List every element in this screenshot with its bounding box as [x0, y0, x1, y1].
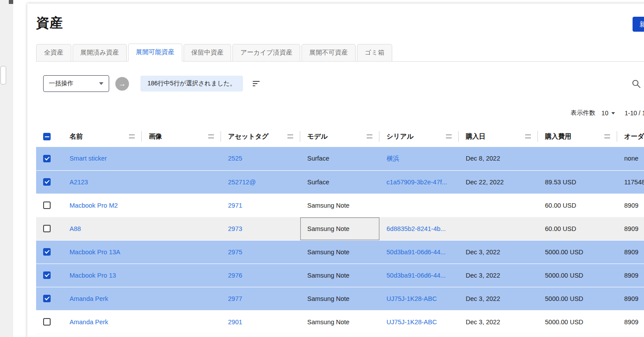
cell-name: Amanda Perk — [63, 287, 142, 310]
cell-purchase-date: Dec 3, 2022 — [459, 287, 538, 310]
select-all-checkbox[interactable] — [43, 133, 51, 140]
left-scrollbar-rail[interactable] — [0, 0, 13, 337]
asset-tag-link[interactable]: 2976 — [228, 272, 242, 279]
column-header-6: 購入費用 — [538, 126, 617, 147]
row-checkbox[interactable] — [43, 201, 51, 209]
bulk-actions-label: 一括操作 — [49, 80, 74, 88]
cell-image — [142, 240, 221, 264]
asset-tag-link[interactable]: 2973 — [228, 225, 242, 232]
tab-3[interactable]: 保留中資産 — [184, 44, 232, 61]
cell-asset-tag: 2976 — [221, 264, 300, 287]
search-icon[interactable] — [632, 79, 641, 88]
pagination-range: 1-10 / 186 — [625, 110, 644, 117]
cell-purchase-date: Dec 3, 2022 — [459, 240, 538, 264]
tab-5[interactable]: 展開不可資産 — [302, 44, 356, 61]
cell-serial: c1a57909-3b2e-47f... — [379, 170, 459, 194]
asset-name-link[interactable]: Amanda Perk — [70, 295, 108, 302]
cell-purchase-date — [459, 194, 538, 217]
column-filter-icon[interactable] — [604, 135, 610, 139]
tab-2[interactable]: 展開可能資産 — [128, 44, 182, 62]
scrollbar-thumb[interactable] — [0, 66, 6, 84]
tab-4[interactable]: アーカイブ済資産 — [232, 44, 300, 61]
asset-name-link[interactable]: Smart sticker — [70, 155, 107, 162]
cell-purchase-date: Dec 22, 2022 — [459, 170, 538, 194]
cell-order-number: 8909 — [617, 287, 644, 310]
bulk-actions-select[interactable]: 一括操作 — [43, 75, 109, 92]
asset-tag-link[interactable]: 2977 — [228, 295, 242, 302]
cell-order-number: 8909 — [617, 264, 644, 287]
asset-name-link[interactable]: Amanda Perk — [70, 319, 108, 326]
table-row: A2123252712@Surfacec1a57909-3b2e-47f...D… — [36, 170, 644, 194]
table-toolbar: 一括操作 → 186行中5行が選択されました。 — [36, 75, 644, 92]
column-filter-icon[interactable] — [367, 135, 372, 139]
row-checkbox-cell — [36, 147, 63, 170]
tab-6[interactable]: ゴミ箱 — [357, 44, 392, 61]
cell-order-number: 117548 — [617, 170, 644, 194]
cell-image — [142, 310, 221, 333]
asset-tag-link[interactable]: 2901 — [228, 319, 242, 326]
serial-link[interactable]: 6d8835b2-8241-4b... — [386, 225, 446, 232]
row-checkbox-cell — [36, 287, 63, 310]
cell-asset-tag: 2971 — [221, 194, 300, 217]
pagination-bar: 表示件数 10 1-10 / 186 — [36, 109, 644, 117]
cell-model: Samsung Note — [300, 240, 379, 264]
cell-model: Samsung Note — [300, 287, 379, 310]
cell-purchase-cost: 5000.00 USD — [538, 240, 617, 264]
column-header-1: 画像 — [142, 126, 221, 147]
asset-tag-link[interactable]: 252712@ — [228, 179, 256, 186]
scrollbar-corner — [9, 0, 13, 4]
asset-name-link[interactable]: Macbook Pro 13A — [70, 249, 120, 256]
column-filter-icon[interactable] — [446, 135, 452, 139]
serial-link[interactable]: 横浜 — [386, 155, 399, 162]
cell-purchase-date: Dec 3, 2022 — [459, 310, 538, 333]
serial-link[interactable]: 50d3ba91-06d6-44... — [386, 272, 446, 279]
asset-status-tabs: 全資産展開済み資産展開可能資産保留中資産アーカイブ済資産展開不可資産ゴミ箱 — [36, 44, 644, 62]
cell-asset-tag: 2525 — [221, 147, 300, 170]
tab-1[interactable]: 展開済み資産 — [73, 44, 127, 61]
filter-list-icon[interactable] — [253, 81, 260, 86]
column-filter-icon[interactable] — [287, 135, 293, 139]
bulk-go-button[interactable]: → — [115, 77, 129, 91]
asset-tag-link[interactable]: 2971 — [228, 202, 242, 209]
row-checkbox[interactable] — [43, 318, 51, 326]
column-filter-icon[interactable] — [525, 135, 531, 139]
cell-asset-tag: 2901 — [221, 310, 300, 333]
selection-message: 186行中5行が選択されました。 — [140, 76, 243, 92]
serial-link[interactable]: 50d3ba91-06d6-44... — [386, 249, 446, 256]
serial-link[interactable]: UJ75J-1K28-ABC — [386, 295, 437, 302]
tab-0[interactable]: 全資産 — [36, 44, 71, 61]
asset-name-link[interactable]: A88 — [70, 225, 81, 232]
row-checkbox[interactable] — [43, 295, 51, 302]
cell-order-number: 8909 — [617, 217, 644, 240]
column-header-3: モデル — [300, 126, 379, 147]
column-filter-icon[interactable] — [208, 135, 214, 139]
chevron-down-icon — [99, 82, 103, 85]
cell-image — [142, 194, 221, 217]
cell-purchase-cost: 89.53 USD — [538, 170, 617, 194]
asset-name-link[interactable]: Macbook Pro 13 — [70, 272, 116, 279]
per-page-label: 表示件数 — [570, 109, 595, 117]
cell-purchase-cost: 60.00 USD — [538, 217, 617, 240]
cell-order-number: 8909 — [617, 310, 644, 333]
row-checkbox[interactable] — [43, 178, 51, 186]
row-checkbox[interactable] — [43, 155, 51, 162]
column-header-4: シリアル — [379, 126, 459, 147]
asset-name-link[interactable]: Macbook Pro M2 — [70, 202, 118, 209]
asset-tag-link[interactable]: 2525 — [228, 155, 242, 162]
asset-name-link[interactable]: A2123 — [70, 179, 88, 186]
column-label: 名前 — [70, 132, 83, 140]
column-header-0: 名前 — [63, 126, 142, 147]
serial-link[interactable]: UJ75J-1K28-ABC — [386, 319, 437, 326]
cell-name: Amanda Perk — [63, 310, 142, 333]
per-page-dropdown[interactable]: 10 — [601, 110, 615, 117]
asset-tag-link[interactable]: 2975 — [228, 249, 242, 256]
new-asset-button[interactable]: 新規 — [633, 17, 644, 32]
cell-name: Macbook Pro 13 — [63, 264, 142, 287]
row-checkbox[interactable] — [43, 225, 51, 232]
row-checkbox[interactable] — [43, 271, 51, 279]
column-label: オーダー — [624, 132, 644, 140]
serial-link[interactable]: c1a57909-3b2e-47f... — [386, 179, 447, 186]
cell-model: Samsung Note — [300, 264, 379, 287]
column-filter-icon[interactable] — [129, 135, 135, 139]
row-checkbox[interactable] — [43, 248, 51, 256]
